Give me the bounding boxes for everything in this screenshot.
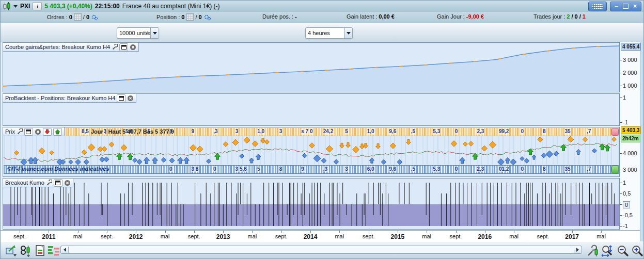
trade-marker-diamond [50,151,54,155]
timeframe-dropdown[interactable]: 4 heures [305,27,353,39]
info-button[interactable]: i [33,2,42,10]
band-value: 9 [301,166,305,172]
close-panel-icon[interactable] [127,95,134,102]
band-value: 99,2 [498,128,509,135]
wrench-icon[interactable] [17,128,23,135]
trade-marker-arrow [261,138,265,143]
vertical-scrollbar[interactable] [640,42,644,241]
position-count-2: 0 [198,14,201,20]
position-stat: Position : 0 / 0 [156,13,211,21]
close-panel-icon[interactable] [64,180,71,186]
band-value: ,3 [213,128,218,135]
export-chart-button[interactable] [5,244,18,257]
chart-settings-button[interactable] [586,244,600,257]
band-value: 3 [344,166,349,172]
close-button[interactable]: × [633,3,637,10]
timeline-label: mai [501,233,527,239]
zoom-in-button[interactable] [631,244,644,257]
trade-marker-diamond [109,142,114,147]
band-value: 0 [213,166,217,172]
timeframe-dropdown-caret[interactable] [344,28,352,38]
clock: 22:15:00 [95,3,120,10]
kumo-panel-tab[interactable]: Breakout Kumo [3,179,73,187]
trade-marker-diamond [104,157,109,162]
link-candle-icon [20,245,32,257]
band-value: 1,0 [257,128,265,135]
band-value: ,5 [411,128,416,135]
timeline-tick [281,231,282,233]
export-icon [5,245,18,257]
close-panel-icon[interactable] [130,44,136,51]
trade-marker-diamond [75,159,81,165]
orders-list-icon[interactable] [74,13,82,21]
scroll-left-button[interactable] [61,247,69,253]
timeline-tick [369,231,369,233]
wrench-icon[interactable] [46,180,52,186]
timeline-label: sept. [269,233,294,239]
band-end-cap [611,128,619,136]
market-depth-button[interactable] [47,244,60,257]
keyboard-button[interactable] [588,2,607,11]
instrument-symbol[interactable]: PXI [20,3,30,10]
zoom-adjust-button[interactable] [601,244,614,257]
horizontal-scrollbar[interactable] [60,246,582,254]
detach-window-icon[interactable] [117,94,125,102]
positions-panel-tab[interactable]: ProBacktest - Positions: Breakour Kumo H… [3,94,136,103]
orders-settings-gear-icon[interactable] [91,14,99,21]
units-dropdown[interactable]: 10000 unités [117,27,159,39]
news-button[interactable] [34,244,47,257]
zoom-in-icon [631,245,643,257]
minimize-button[interactable]: – [615,3,618,10]
close-panel-icon[interactable] [35,128,41,135]
detach-window-icon[interactable] [119,43,128,51]
detach-window-icon[interactable] [24,128,33,136]
orders-stat: Ordres : 0 / 0 [47,13,99,21]
price-panel-tab[interactable]: Prix [3,127,65,136]
zoom-out-button[interactable] [616,244,630,257]
trade-marker-diamond [568,136,574,142]
sell-button[interactable] [43,128,52,136]
trade-marker-diamond [88,144,95,151]
day-high-low-info: Jour : Haut 5 407,7 Bas 5 377,9 [91,128,174,135]
trade-marker-arrow [369,158,374,163]
band-value: 3 8 [191,166,199,172]
timeline-tick [252,231,253,233]
band-value: 9,6 [388,166,397,172]
position-list-icon[interactable] [186,13,194,21]
linked-instrument-button[interactable] [19,244,33,257]
timeline-label: mai [326,233,352,239]
trade-marker-diamond [223,142,228,147]
last-price: 5 403,3 (+0,40%) [44,3,92,10]
trade-marker-diamond [510,159,516,165]
position-settings-gear-icon[interactable] [203,14,211,21]
instrument-dropdown-caret[interactable] [13,5,18,8]
units-dropdown-caret[interactable] [150,28,159,38]
timeline-tick [485,231,485,233]
buy-button[interactable] [53,128,62,136]
trade-marker-diamond [592,149,597,153]
detach-window-icon[interactable] [54,179,62,187]
wrench-candle-icon [587,245,599,257]
trade-marker-diamond [524,158,529,164]
equity-panel-tab[interactable]: Courbe gains&pertes: Breakour Kumo H4 [3,43,139,52]
bottom-toolbar [1,241,643,259]
trade-marker-diamond [546,151,553,157]
title-bar: PXI i 5 403,3 (+0,40%) 22:15:00 France 4… [1,1,643,12]
trade-marker-arrow [364,143,368,149]
time-axis: sept.2011maisept.2012maisept.2013maisept… [1,230,640,242]
trade-marker-arrow [605,145,610,151]
timeline-label: sept. [530,233,556,239]
band-value: 0 [520,128,524,135]
position-label: Position : [156,14,180,20]
maximize-button[interactable] [623,4,629,9]
price-panel-title: Prix [5,128,15,135]
trade-marker-diamond [197,146,203,152]
wrench-icon[interactable] [112,44,118,50]
trade-marker-diamond [583,137,587,142]
timeline-tick [339,231,340,233]
timeline-tick [223,231,224,233]
scroll-right-button[interactable] [574,247,581,253]
instrument-name: France 40 au comptant (Mini 1€) (-) [122,3,220,10]
timeline-label: mai [414,233,439,239]
band-value: 0 [520,166,524,172]
